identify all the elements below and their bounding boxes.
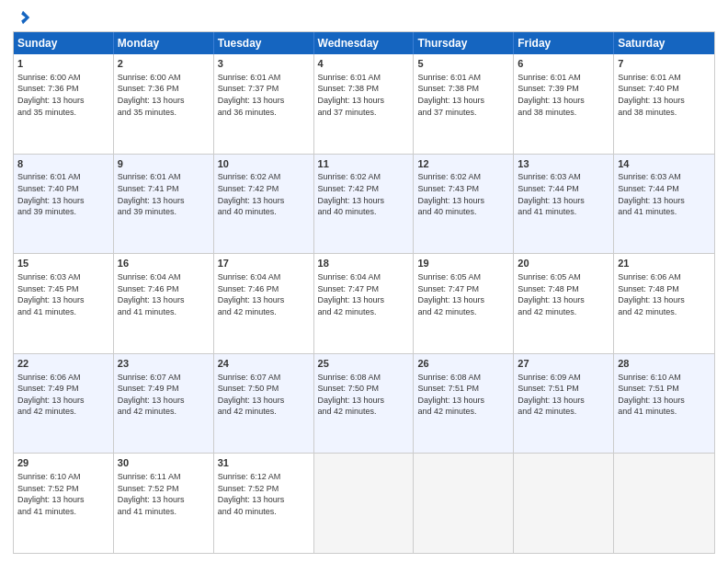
day-number: 17: [218, 257, 310, 270]
day-number: 4: [318, 57, 410, 71]
cell-info: Sunrise: 6:00 AMSunset: 7:36 PMDaylight:…: [17, 72, 109, 118]
calendar-cell: 23Sunrise: 6:07 AMSunset: 7:49 PMDayligh…: [114, 354, 214, 454]
cell-info: Sunrise: 6:03 AMSunset: 7:44 PMDaylight:…: [618, 171, 711, 217]
calendar-cell: 28Sunrise: 6:10 AMSunset: 7:51 PMDayligh…: [614, 354, 714, 454]
cell-info: Sunrise: 6:05 AMSunset: 7:48 PMDaylight:…: [518, 271, 609, 317]
calendar-cell: 9Sunrise: 6:01 AMSunset: 7:41 PMDaylight…: [114, 155, 214, 254]
day-number: 5: [417, 57, 509, 71]
cell-info: Sunrise: 6:04 AMSunset: 7:47 PMDaylight:…: [318, 271, 410, 317]
calendar-header: SundayMondayTuesdayWednesdayThursdayFrid…: [14, 32, 714, 54]
calendar-cell: 3Sunrise: 6:01 AMSunset: 7:37 PMDaylight…: [214, 54, 314, 154]
calendar-cell: 29Sunrise: 6:10 AMSunset: 7:52 PMDayligh…: [14, 454, 114, 553]
day-number: 6: [518, 57, 609, 71]
calendar-cell: 8Sunrise: 6:01 AMSunset: 7:40 PMDaylight…: [14, 155, 114, 254]
calendar-cell: 21Sunrise: 6:06 AMSunset: 7:48 PMDayligh…: [614, 254, 714, 353]
calendar-cell: 15Sunrise: 6:03 AMSunset: 7:45 PMDayligh…: [14, 254, 114, 353]
calendar-row-2: 8Sunrise: 6:01 AMSunset: 7:40 PMDaylight…: [14, 154, 714, 254]
day-number: 9: [118, 157, 210, 171]
day-number: 23: [118, 357, 210, 371]
calendar-cell: 17Sunrise: 6:04 AMSunset: 7:46 PMDayligh…: [214, 254, 314, 353]
day-number: 18: [318, 257, 410, 270]
header-day-sunday: Sunday: [14, 32, 114, 54]
calendar-cell: 25Sunrise: 6:08 AMSunset: 7:50 PMDayligh…: [314, 354, 415, 454]
svg-marker-0: [21, 11, 29, 24]
cell-info: Sunrise: 6:09 AMSunset: 7:51 PMDaylight:…: [518, 372, 609, 418]
cell-info: Sunrise: 6:04 AMSunset: 7:46 PMDaylight:…: [218, 271, 310, 317]
day-number: 7: [618, 57, 711, 71]
header-day-tuesday: Tuesday: [214, 32, 314, 54]
cell-info: Sunrise: 6:00 AMSunset: 7:36 PMDaylight:…: [118, 72, 210, 118]
day-number: 21: [618, 257, 711, 270]
calendar-body: 1Sunrise: 6:00 AMSunset: 7:36 PMDaylight…: [14, 54, 714, 553]
calendar-cell: 13Sunrise: 6:03 AMSunset: 7:44 PMDayligh…: [514, 155, 614, 254]
day-number: 11: [318, 157, 410, 171]
calendar-cell: [414, 454, 514, 553]
cell-info: Sunrise: 6:08 AMSunset: 7:50 PMDaylight:…: [318, 372, 410, 418]
calendar-cell: 11Sunrise: 6:02 AMSunset: 7:42 PMDayligh…: [314, 155, 415, 254]
calendar-cell: [514, 454, 614, 553]
calendar-cell: 5Sunrise: 6:01 AMSunset: 7:38 PMDaylight…: [414, 54, 514, 154]
cell-info: Sunrise: 6:01 AMSunset: 7:41 PMDaylight:…: [118, 171, 210, 217]
calendar-cell: 19Sunrise: 6:05 AMSunset: 7:47 PMDayligh…: [414, 254, 514, 353]
calendar-cell: [614, 454, 714, 553]
day-number: 15: [17, 257, 109, 270]
cell-info: Sunrise: 6:10 AMSunset: 7:52 PMDaylight:…: [17, 471, 109, 517]
calendar-cell: 24Sunrise: 6:07 AMSunset: 7:50 PMDayligh…: [214, 354, 314, 454]
day-number: 10: [218, 157, 310, 171]
day-number: 29: [17, 456, 109, 470]
calendar-cell: 31Sunrise: 6:12 AMSunset: 7:52 PMDayligh…: [214, 454, 314, 553]
day-number: 30: [118, 456, 210, 470]
cell-info: Sunrise: 6:01 AMSunset: 7:37 PMDaylight:…: [218, 72, 310, 118]
header: [13, 9, 715, 24]
calendar-cell: 16Sunrise: 6:04 AMSunset: 7:46 PMDayligh…: [114, 254, 214, 353]
day-number: 22: [17, 357, 109, 371]
day-number: 20: [518, 257, 609, 270]
day-number: 26: [417, 357, 509, 371]
calendar-row-4: 22Sunrise: 6:06 AMSunset: 7:49 PMDayligh…: [14, 353, 714, 454]
logo-text: [13, 9, 31, 26]
calendar-cell: 1Sunrise: 6:00 AMSunset: 7:36 PMDaylight…: [14, 54, 114, 154]
calendar-row-5: 29Sunrise: 6:10 AMSunset: 7:52 PMDayligh…: [14, 453, 714, 553]
calendar-cell: 18Sunrise: 6:04 AMSunset: 7:47 PMDayligh…: [314, 254, 415, 353]
cell-info: Sunrise: 6:06 AMSunset: 7:48 PMDaylight:…: [618, 271, 711, 317]
cell-info: Sunrise: 6:02 AMSunset: 7:43 PMDaylight:…: [417, 171, 509, 217]
cell-info: Sunrise: 6:10 AMSunset: 7:51 PMDaylight:…: [618, 372, 711, 418]
calendar-row-3: 15Sunrise: 6:03 AMSunset: 7:45 PMDayligh…: [14, 253, 714, 353]
day-number: 31: [218, 456, 310, 470]
day-number: 25: [318, 357, 410, 371]
cell-info: Sunrise: 6:05 AMSunset: 7:47 PMDaylight:…: [417, 271, 509, 317]
calendar-cell: 6Sunrise: 6:01 AMSunset: 7:39 PMDaylight…: [514, 54, 614, 154]
day-number: 14: [618, 157, 711, 171]
calendar-cell: [314, 454, 415, 553]
header-day-saturday: Saturday: [614, 32, 714, 54]
day-number: 1: [17, 57, 109, 71]
calendar-cell: 30Sunrise: 6:11 AMSunset: 7:52 PMDayligh…: [114, 454, 214, 553]
calendar-cell: 7Sunrise: 6:01 AMSunset: 7:40 PMDaylight…: [614, 54, 714, 154]
calendar-cell: 14Sunrise: 6:03 AMSunset: 7:44 PMDayligh…: [614, 155, 714, 254]
cell-info: Sunrise: 6:07 AMSunset: 7:49 PMDaylight:…: [118, 372, 210, 418]
cell-info: Sunrise: 6:03 AMSunset: 7:45 PMDaylight:…: [17, 271, 109, 317]
cell-info: Sunrise: 6:03 AMSunset: 7:44 PMDaylight:…: [518, 171, 609, 217]
calendar: SundayMondayTuesdayWednesdayThursdayFrid…: [13, 31, 715, 554]
day-number: 19: [417, 257, 509, 270]
logo: [13, 9, 31, 24]
day-number: 28: [618, 357, 711, 371]
cell-info: Sunrise: 6:02 AMSunset: 7:42 PMDaylight:…: [218, 171, 310, 217]
calendar-cell: 10Sunrise: 6:02 AMSunset: 7:42 PMDayligh…: [214, 155, 314, 254]
day-number: 2: [118, 57, 210, 71]
cell-info: Sunrise: 6:02 AMSunset: 7:42 PMDaylight:…: [318, 171, 410, 217]
calendar-cell: 27Sunrise: 6:09 AMSunset: 7:51 PMDayligh…: [514, 354, 614, 454]
day-number: 8: [17, 157, 109, 171]
calendar-row-1: 1Sunrise: 6:00 AMSunset: 7:36 PMDaylight…: [14, 54, 714, 154]
calendar-cell: 20Sunrise: 6:05 AMSunset: 7:48 PMDayligh…: [514, 254, 614, 353]
page: SundayMondayTuesdayWednesdayThursdayFrid…: [0, 0, 728, 563]
cell-info: Sunrise: 6:11 AMSunset: 7:52 PMDaylight:…: [118, 471, 210, 517]
calendar-cell: 12Sunrise: 6:02 AMSunset: 7:43 PMDayligh…: [414, 155, 514, 254]
header-day-monday: Monday: [114, 32, 214, 54]
logo-icon: [15, 9, 31, 26]
cell-info: Sunrise: 6:07 AMSunset: 7:50 PMDaylight:…: [218, 372, 310, 418]
cell-info: Sunrise: 6:06 AMSunset: 7:49 PMDaylight:…: [17, 372, 109, 418]
cell-info: Sunrise: 6:01 AMSunset: 7:40 PMDaylight:…: [17, 171, 109, 217]
day-number: 13: [518, 157, 609, 171]
cell-info: Sunrise: 6:12 AMSunset: 7:52 PMDaylight:…: [218, 471, 310, 517]
